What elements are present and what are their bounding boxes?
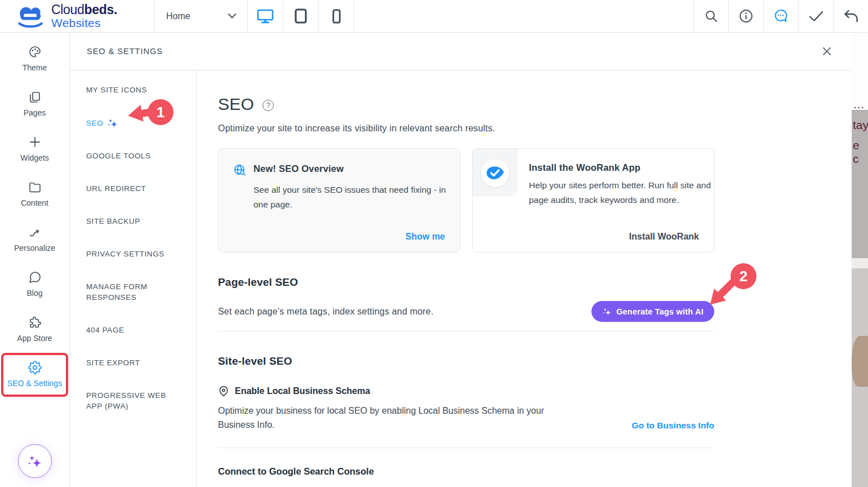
sidebar-item-label: Widgets xyxy=(20,153,49,162)
sidebar-item-label: SEO & Settings xyxy=(7,379,62,388)
speech-bubble-icon xyxy=(28,271,42,284)
page-selector[interactable]: Home xyxy=(155,0,248,32)
plus-icon xyxy=(28,135,42,149)
sidebar-item-label: Content xyxy=(21,198,48,207)
close-icon xyxy=(822,47,831,56)
seo-settings-panel: SEO & SETTINGS MY SITE ICONS SEO xyxy=(69,33,852,487)
site-preview-detail xyxy=(852,336,868,387)
card-body: Help your sites perform better. Run full… xyxy=(529,178,723,207)
button-label: Generate Tags with AI xyxy=(616,307,704,316)
woorank-logo-block xyxy=(473,149,518,197)
tablet-icon xyxy=(295,8,307,24)
menu-item-google-tools[interactable]: GOOGLE TOOLS xyxy=(86,150,179,161)
local-business-schema-heading: Enable Local Business Schema xyxy=(235,386,370,396)
menu-item-site-export[interactable]: SITE EXPORT xyxy=(86,357,179,368)
product-name: Websites xyxy=(51,17,117,29)
page-level-seo-heading: Page-level SEO xyxy=(218,276,714,289)
desktop-preview-button[interactable] xyxy=(248,0,283,32)
desktop-monitor-icon xyxy=(257,9,274,24)
logo-text: Cloudbeds. Websites xyxy=(51,3,117,29)
chevron-down-icon xyxy=(228,14,236,19)
site-level-seo-heading: Site-level SEO xyxy=(218,355,714,368)
sidebar-item-blog[interactable]: Blog xyxy=(0,262,69,307)
chat-bubble-icon xyxy=(773,9,789,23)
menu-item-privacy-settings[interactable]: PRIVACY SETTINGS xyxy=(86,249,179,259)
site-preview-photo-lower xyxy=(852,268,868,487)
panel-title: SEO & SETTINGS xyxy=(87,47,163,56)
sidebar-item-personalize[interactable]: Personalize xyxy=(0,216,69,262)
sidebar-item-label: Pages xyxy=(24,108,46,117)
sidebar-item-theme[interactable]: Theme xyxy=(0,36,69,81)
local-business-schema-description: Optimize your business for local SEO by … xyxy=(218,404,570,432)
sidebar-item-widgets[interactable]: Widgets xyxy=(0,126,69,171)
woorank-card: Install the WooRank App Help your sites … xyxy=(472,148,714,253)
site-preview-background: … tay e c xyxy=(852,33,868,487)
menu-item-my-site-icons[interactable]: MY SITE ICONS xyxy=(86,85,179,95)
panel-header: SEO & SETTINGS xyxy=(70,33,852,70)
close-panel-button[interactable] xyxy=(820,45,834,58)
sparkles-icon xyxy=(107,117,118,129)
folder-icon xyxy=(28,180,42,194)
menu-item-progressive-web-app[interactable]: PROGRESSIVE WEB APP (PWA) xyxy=(86,390,179,411)
help-icon[interactable]: ? xyxy=(262,100,274,111)
go-to-business-info-link[interactable]: Go to Business Info xyxy=(632,420,714,431)
divider xyxy=(218,331,714,331)
search-button[interactable] xyxy=(693,0,728,32)
pages-icon xyxy=(28,90,42,104)
card-title: Install the WooRank App xyxy=(529,162,723,173)
generate-tags-with-ai-button[interactable]: Generate Tags with AI xyxy=(591,301,714,322)
top-toolbar: Cloudbeds. Websites Home xyxy=(0,0,868,33)
divider xyxy=(218,448,714,448)
editor-sidebar: Theme Pages Widgets Content Personalize xyxy=(0,33,69,487)
seo-overview-card: New! SEO Overview See all your site's SE… xyxy=(218,148,460,253)
sidebar-item-content[interactable]: Content xyxy=(0,171,69,216)
menu-item-manage-form-responses[interactable]: MANAGE FORM RESPONSES xyxy=(86,281,179,303)
menu-item-label: SEO xyxy=(86,118,103,129)
menu-item-404-page[interactable]: 404 PAGE xyxy=(86,325,179,335)
sidebar-item-label: Personalize xyxy=(14,244,55,253)
install-woorank-link[interactable]: Install WooRank xyxy=(629,232,699,242)
search-icon xyxy=(705,10,718,23)
woorank-logo-icon xyxy=(486,166,505,180)
sidebar-item-pages[interactable]: Pages xyxy=(0,81,69,126)
annotation-step-2-badge: 2 xyxy=(731,263,756,289)
card-title: New! SEO Overview xyxy=(253,163,344,174)
menu-item-url-redirect[interactable]: URL REDIRECT xyxy=(86,183,179,194)
publish-check-button[interactable] xyxy=(798,0,833,32)
menu-item-site-backup[interactable]: SITE BACKUP xyxy=(86,216,179,227)
background-text-fragment: tay xyxy=(853,118,868,132)
settings-menu: MY SITE ICONS SEO GOOGLE TOOLS URL REDIR… xyxy=(70,70,197,487)
site-preview-molding xyxy=(852,258,868,268)
page-selector-value: Home xyxy=(166,11,190,21)
background-text-fragment: e c xyxy=(853,139,868,166)
undo-button[interactable] xyxy=(833,0,868,32)
info-button[interactable] xyxy=(728,0,763,32)
location-pin-icon xyxy=(218,386,229,397)
site-preview-photo xyxy=(852,110,868,258)
comments-button[interactable] xyxy=(763,0,798,32)
route-icon xyxy=(28,225,42,239)
gear-icon xyxy=(28,361,42,374)
undo-icon xyxy=(844,10,858,23)
card-body: See all your site's SEO issues that need… xyxy=(253,183,448,212)
brand-name: Cloud xyxy=(51,2,84,17)
show-me-link[interactable]: Show me xyxy=(406,232,445,242)
ai-assistant-button[interactable] xyxy=(18,444,52,478)
tablet-preview-button[interactable] xyxy=(283,0,319,32)
sidebar-item-seo-settings[interactable]: SEO & Settings xyxy=(0,352,69,397)
sparkles-icon xyxy=(27,453,43,469)
mobile-preview-button[interactable] xyxy=(319,0,354,32)
smartphone-icon xyxy=(332,9,341,24)
sidebar-item-label: Blog xyxy=(26,289,42,298)
sparkles-icon xyxy=(602,307,612,316)
cloudbeds-logo-icon xyxy=(16,4,46,29)
page-subtitle: Optimize your site to increase its visib… xyxy=(218,123,714,134)
check-icon xyxy=(809,11,824,22)
globe-search-icon xyxy=(233,163,247,177)
palette-icon xyxy=(28,45,42,59)
sidebar-item-label: App Store xyxy=(17,334,52,343)
sidebar-item-app-store[interactable]: App Store xyxy=(0,307,69,352)
puzzle-icon xyxy=(28,316,42,329)
google-search-console-heading: Connect to Google Search Console xyxy=(218,466,714,477)
background-text-fragment: … xyxy=(853,98,865,111)
